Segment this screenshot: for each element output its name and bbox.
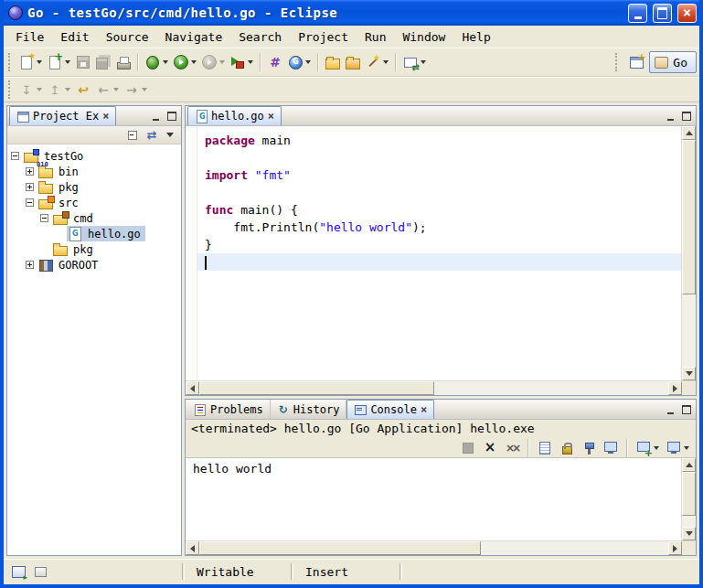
close-tab-icon[interactable] — [268, 110, 274, 123]
tab-history[interactable]: History — [271, 400, 347, 419]
console-output[interactable]: hello world — [186, 458, 681, 540]
code-line[interactable] — [197, 149, 681, 166]
tree-expander-icon[interactable] — [26, 198, 34, 207]
fast-view-icon[interactable] — [11, 564, 26, 579]
tree-expander-icon[interactable] — [11, 152, 19, 160]
minimize-window-icon[interactable] — [628, 4, 647, 23]
tree-expander-icon[interactable] — [26, 167, 34, 176]
display-selected-console-button[interactable] — [601, 439, 621, 457]
close-tab-icon[interactable] — [421, 403, 427, 416]
menu-run[interactable]: Run — [357, 28, 394, 46]
scrollbar-track[interactable] — [682, 472, 696, 527]
code-line[interactable]: import "fmt" — [197, 166, 681, 184]
scrollbar-track[interactable] — [682, 140, 696, 367]
scrollbar-thumb[interactable] — [199, 381, 434, 395]
open-resource-button[interactable] — [343, 51, 363, 73]
scrollbar-track[interactable] — [199, 541, 668, 555]
scroll-left-icon[interactable] — [186, 381, 199, 395]
scrollbar-track[interactable] — [199, 381, 668, 395]
scroll-up-icon[interactable] — [682, 126, 696, 140]
tree-item-cmd[interactable]: cmd — [7, 210, 181, 226]
editor-text-area[interactable]: package mainimport "fmt"func main() { fm… — [197, 126, 681, 380]
code-line[interactable]: func main() { — [197, 201, 681, 219]
tree-item-hello-go[interactable]: hello.go — [7, 226, 181, 241]
tab-problems[interactable]: Problems — [187, 400, 271, 419]
terminate-button[interactable] — [458, 439, 478, 457]
maximize-window-icon[interactable] — [653, 4, 672, 23]
menu-source[interactable]: Source — [98, 28, 157, 46]
pin-console-button[interactable] — [579, 439, 599, 457]
tab-console[interactable]: Console — [346, 400, 434, 419]
console-menu-button[interactable] — [664, 439, 692, 457]
go-web-button[interactable] — [285, 51, 314, 73]
code-line[interactable]: package main — [197, 132, 681, 149]
new-go-app-button[interactable] — [265, 51, 285, 73]
link-with-editor-button[interactable] — [144, 127, 160, 143]
save-all-button[interactable] — [93, 51, 113, 73]
maximize-view-icon[interactable] — [679, 403, 693, 416]
tree-expander-icon[interactable] — [26, 183, 34, 191]
new-go-element-button[interactable] — [45, 51, 73, 73]
menu-project[interactable]: Project — [290, 28, 357, 46]
search-button[interactable] — [363, 51, 391, 73]
close-window-icon[interactable] — [677, 4, 697, 23]
toolbar-gripper[interactable] — [615, 53, 619, 71]
toolbar-gripper[interactable] — [8, 80, 12, 99]
tree-item-src[interactable]: src — [7, 195, 181, 210]
tree-item-goroot[interactable]: GOROOT — [7, 257, 181, 273]
toolbar-gripper[interactable] — [8, 53, 12, 71]
view-menu-button[interactable] — [162, 127, 178, 143]
scrollbar-thumb[interactable] — [199, 541, 481, 555]
prev-annotation-button[interactable] — [45, 79, 73, 101]
back-button[interactable] — [93, 79, 122, 101]
new-button[interactable] — [16, 51, 45, 73]
next-annotation-button[interactable] — [16, 79, 45, 101]
scrollbar-thumb[interactable] — [682, 472, 696, 516]
menu-search[interactable]: Search — [230, 28, 290, 46]
menu-help[interactable]: Help — [453, 28, 498, 46]
code-line[interactable] — [197, 253, 681, 271]
print-button[interactable] — [113, 51, 133, 73]
minimize-view-icon[interactable] — [664, 110, 677, 123]
run-last-button[interactable] — [199, 51, 228, 73]
scroll-up-icon[interactable] — [682, 458, 696, 472]
maximize-view-icon[interactable] — [679, 110, 693, 123]
minimize-view-icon[interactable] — [664, 403, 677, 416]
team-button[interactable] — [400, 51, 429, 73]
scroll-down-icon[interactable] — [682, 527, 696, 540]
tree-expander-icon[interactable] — [40, 214, 48, 222]
scroll-right-icon[interactable] — [668, 381, 682, 395]
tab-project-explorer[interactable]: Project Ex — [9, 106, 116, 125]
forward-button[interactable] — [122, 79, 150, 101]
tab-hello-go[interactable]: hello.go — [187, 106, 282, 125]
debug-button[interactable] — [143, 51, 171, 73]
external-tools-button[interactable] — [228, 51, 256, 73]
menu-window[interactable]: Window — [394, 28, 453, 46]
scroll-right-icon[interactable] — [668, 541, 682, 555]
code-line[interactable]: } — [197, 236, 681, 253]
scrollbar-thumb[interactable] — [682, 140, 696, 294]
scroll-down-icon[interactable] — [682, 367, 696, 380]
tree-item-bin[interactable]: 010bin — [7, 164, 181, 179]
tree-item-pkg[interactable]: pkg — [7, 179, 181, 195]
save-button[interactable] — [73, 51, 93, 73]
open-console-button[interactable] — [634, 439, 662, 457]
menu-navigate[interactable]: Navigate — [157, 28, 231, 46]
tree-expander-icon[interactable] — [26, 261, 34, 269]
menu-edit[interactable]: Edit — [52, 28, 97, 46]
code-line[interactable]: fmt.Println("hello world"); — [197, 219, 681, 236]
remove-launch-button[interactable] — [480, 439, 500, 457]
open-go-folder-button[interactable] — [323, 51, 343, 73]
tree-item-pkg[interactable]: pkg — [7, 241, 181, 257]
menu-file[interactable]: File — [7, 28, 52, 46]
collapse-all-button[interactable] — [125, 127, 142, 143]
scroll-left-icon[interactable] — [186, 541, 199, 555]
scroll-lock-button[interactable] — [557, 439, 577, 457]
restore-view-icon[interactable] — [33, 564, 48, 579]
run-button[interactable] — [171, 51, 199, 73]
minimize-view-icon[interactable] — [149, 110, 163, 123]
clear-console-button[interactable] — [535, 439, 555, 457]
tree-item-testgo[interactable]: testGo — [7, 148, 181, 164]
remove-all-terminated-button[interactable] — [502, 439, 522, 457]
close-tab-icon[interactable] — [102, 110, 109, 123]
